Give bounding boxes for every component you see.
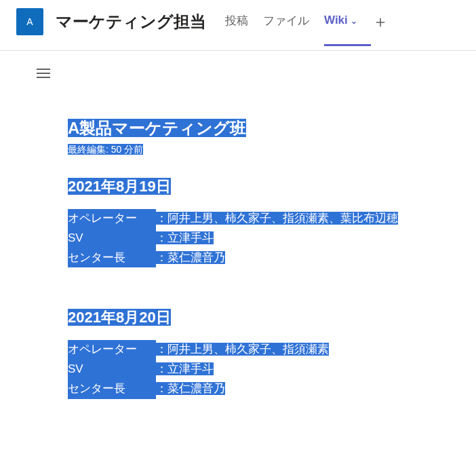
row-label: SV (68, 229, 156, 248)
tab-posts[interactable]: 投稿 (225, 13, 248, 31)
tab-bar: 投稿 ファイル Wiki⌄ ＋ (225, 13, 389, 31)
page-title[interactable]: A製品マーケティング班 (68, 119, 246, 137)
row-value: ：立津手斗 (156, 231, 214, 244)
row-value: ：阿井上男、柿久家子、指須瀬素 (156, 343, 329, 356)
row-label: オペレーター (68, 340, 156, 360)
avatar: A (16, 8, 43, 35)
channel-name: マーケティング担当 (56, 11, 206, 33)
channel-header: A マーケティング担当 投稿 ファイル Wiki⌄ ＋ (0, 0, 476, 50)
section-heading-0[interactable]: 2021年8月19日 (68, 178, 171, 195)
row-value: ：菜仁濃音乃 (156, 382, 225, 395)
row-label: センター長 (68, 248, 156, 268)
tab-files[interactable]: ファイル (263, 13, 309, 31)
last-edit: 最終編集: 50 分前 (68, 144, 143, 155)
wiki-toolbar (0, 51, 476, 90)
tab-wiki-label: Wiki (324, 14, 348, 26)
tab-wiki[interactable]: Wiki⌄ (324, 14, 357, 30)
row-value: ：菜仁濃音乃 (156, 251, 225, 264)
add-tab-button[interactable]: ＋ (372, 14, 389, 30)
section-heading-1[interactable]: 2021年8月20日 (68, 309, 171, 326)
row-value: ：阿井上男、柿久家子、指須瀬素、葉比布辺穂 (156, 212, 398, 225)
row-value: ：立津手斗 (156, 362, 214, 375)
wiki-content: A製品マーケティング班 最終編集: 50 分前 2021年8月19日 オペレータ… (0, 90, 476, 399)
row-label: センター長 (68, 379, 156, 399)
row-label: オペレーター (68, 209, 156, 229)
hamburger-icon[interactable] (34, 66, 53, 81)
chevron-down-icon: ⌄ (351, 16, 357, 26)
section-0-body[interactable]: オペレーター：阿井上男、柿久家子、指須瀬素、葉比布辺穂 SV：立津手斗 センター… (68, 209, 398, 268)
section-1-body[interactable]: オペレーター：阿井上男、柿久家子、指須瀬素 SV：立津手斗 センター長：菜仁濃音… (68, 340, 329, 399)
row-label: SV (68, 360, 156, 379)
